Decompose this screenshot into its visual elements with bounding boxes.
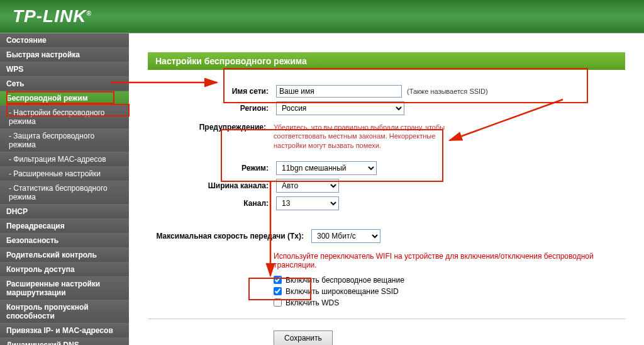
sidebar-item-12[interactable]: Безопасность xyxy=(0,234,129,248)
sidebar-item-6[interactable]: - Защита беспроводного режима xyxy=(0,129,129,152)
sidebar-item-11[interactable]: Переадресация xyxy=(0,219,129,234)
sidebar-item-17[interactable]: Привязка IP- и MAC-адресов xyxy=(0,324,129,338)
enable-wds-checkbox[interactable] xyxy=(274,298,282,307)
wifi-switch-note: Используйте переключатель WIFI на устрой… xyxy=(274,252,625,269)
sidebar-item-10[interactable]: DHCP xyxy=(0,205,129,219)
sidebar-item-8[interactable]: - Расширенные настройки xyxy=(0,167,129,181)
ssid-hint: (Также называется SSID) xyxy=(407,88,488,95)
sidebar-item-0[interactable]: Состояние xyxy=(0,33,129,48)
label-mode: Режим: xyxy=(150,164,276,172)
app-header: TP-LINK® xyxy=(0,0,644,33)
sidebar-item-1[interactable]: Быстрая настройка xyxy=(0,48,129,62)
divider xyxy=(148,319,625,319)
channel-width-select[interactable]: Авто xyxy=(276,179,339,193)
main-content: Настройки беспроводного режима Имя сети:… xyxy=(129,33,644,345)
sidebar-item-7[interactable]: - Фильтрация MAC-адресов xyxy=(0,152,129,167)
sidebar-item-15[interactable]: Расширенные настройки маршрутизации xyxy=(0,277,129,300)
label-channel-width: Ширина канала: xyxy=(150,181,276,190)
sidebar-item-16[interactable]: Контроль пропускной способности xyxy=(0,300,129,324)
mode-select[interactable]: 11bgn смешанный xyxy=(276,161,377,175)
sidebar-item-18[interactable]: Динамический DNS xyxy=(0,338,129,345)
sidebar-item-13[interactable]: Родительский контроль xyxy=(0,248,129,263)
enable-wds-label: Включить WDS xyxy=(286,298,339,307)
label-warning: Предупреждение: xyxy=(148,123,274,132)
enable-wireless-label: Включить беспроводное вещание xyxy=(286,276,404,285)
sidebar-nav: СостояниеБыстрая настройкаWPSСетьБеспров… xyxy=(0,33,129,345)
label-ssid: Имя сети: xyxy=(150,87,276,96)
page-title: Настройки беспроводного режима xyxy=(148,52,625,70)
sidebar-item-5[interactable]: - Настройки беспроводного режима xyxy=(0,106,129,129)
region-select[interactable]: Россия xyxy=(276,101,404,115)
max-rate-select[interactable]: 300 Мбит/с xyxy=(311,229,380,243)
label-max-rate: Максимальная скорость передачи (Tx): xyxy=(148,232,311,240)
sidebar-item-2[interactable]: WPS xyxy=(0,62,129,77)
label-channel: Канал: xyxy=(150,199,276,208)
brand-logo: TP-LINK® xyxy=(13,6,92,26)
sidebar-item-14[interactable]: Контроль доступа xyxy=(0,263,129,277)
enable-ssid-broadcast-checkbox[interactable] xyxy=(274,287,282,295)
warning-text: Убедитесь, что вы правильно выбрали стра… xyxy=(274,123,462,150)
label-region: Регион: xyxy=(150,104,276,113)
enable-wireless-checkbox[interactable] xyxy=(274,276,282,284)
save-button[interactable]: Сохранить xyxy=(274,331,333,345)
sidebar-item-4[interactable]: Беспроводной режим xyxy=(0,91,129,106)
sidebar-item-9[interactable]: - Статистика беспроводного режима xyxy=(0,181,129,205)
ssid-input[interactable] xyxy=(276,85,402,98)
sidebar-item-3[interactable]: Сеть xyxy=(0,77,129,91)
enable-ssid-broadcast-label: Включить широковещание SSID xyxy=(286,287,399,296)
channel-select[interactable]: 13 xyxy=(276,196,339,210)
